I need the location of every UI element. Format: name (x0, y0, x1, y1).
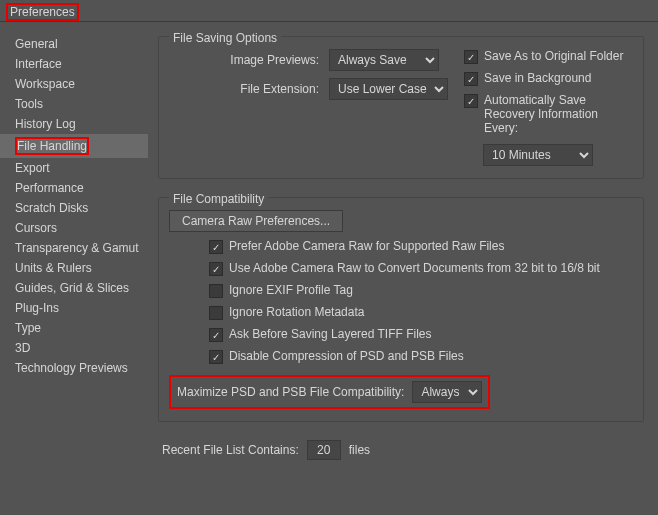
main-container: General Interface Workspace Tools Histor… (0, 22, 658, 515)
sidebar-item-type[interactable]: Type (0, 318, 148, 338)
camera-raw-button[interactable]: Camera Raw Preferences... (169, 210, 343, 232)
sidebar-item-label: 3D (15, 341, 30, 355)
sidebar-item-workspace[interactable]: Workspace (0, 74, 148, 94)
sidebar: General Interface Workspace Tools Histor… (0, 22, 148, 515)
file-compat-group: File Compatibility Camera Raw Preference… (158, 197, 644, 422)
sidebar-item-label: Tools (15, 97, 43, 111)
sidebar-item-technology-previews[interactable]: Technology Previews (0, 358, 148, 378)
sidebar-item-label: Technology Previews (15, 361, 128, 375)
ignore-exif-label: Ignore EXIF Profile Tag (229, 283, 353, 297)
recovery-interval-select[interactable]: 10 Minutes (483, 144, 593, 166)
sidebar-item-label: Transparency & Gamut (15, 241, 139, 255)
sidebar-item-label: File Handling (15, 137, 89, 155)
sidebar-item-tools[interactable]: Tools (0, 94, 148, 114)
file-saving-group: File Saving Options Image Previews: Alwa… (158, 36, 644, 179)
sidebar-item-scratch-disks[interactable]: Scratch Disks (0, 198, 148, 218)
prefer-acr-checkbox[interactable] (209, 240, 223, 254)
ask-tiff-label: Ask Before Saving Layered TIFF Files (229, 327, 432, 341)
sidebar-item-label: Type (15, 321, 41, 335)
sidebar-item-interface[interactable]: Interface (0, 54, 148, 74)
sidebar-item-label: Performance (15, 181, 84, 195)
title-bar: Preferences (0, 0, 658, 22)
sidebar-item-label: Interface (15, 57, 62, 71)
main-panel: File Saving Options Image Previews: Alwa… (148, 22, 658, 515)
recent-files-row: Recent File List Contains: files (162, 440, 644, 460)
sidebar-item-label: History Log (15, 117, 76, 131)
sidebar-item-label: General (15, 37, 58, 51)
ignore-rotation-checkbox[interactable] (209, 306, 223, 320)
save-original-label: Save As to Original Folder (484, 49, 623, 63)
sidebar-item-label: Guides, Grid & Slices (15, 281, 129, 295)
sidebar-item-units-rulers[interactable]: Units & Rulers (0, 258, 148, 278)
sidebar-item-history-log[interactable]: History Log (0, 114, 148, 134)
file-saving-title: File Saving Options (169, 31, 281, 45)
maximize-compat-select[interactable]: Always (412, 381, 482, 403)
file-extension-select[interactable]: Use Lower Case (329, 78, 448, 100)
disable-compression-label: Disable Compression of PSD and PSB Files (229, 349, 464, 363)
prefer-acr-label: Prefer Adobe Camera Raw for Supported Ra… (229, 239, 504, 253)
save-background-label: Save in Background (484, 71, 591, 85)
sidebar-item-transparency-gamut[interactable]: Transparency & Gamut (0, 238, 148, 258)
ask-tiff-checkbox[interactable] (209, 328, 223, 342)
disable-compression-checkbox[interactable] (209, 350, 223, 364)
ignore-exif-checkbox[interactable] (209, 284, 223, 298)
save-background-checkbox[interactable] (464, 72, 478, 86)
sidebar-item-label: Plug-Ins (15, 301, 59, 315)
use-acr-convert-label: Use Adobe Camera Raw to Convert Document… (229, 261, 600, 275)
sidebar-item-label: Export (15, 161, 50, 175)
sidebar-item-label: Cursors (15, 221, 57, 235)
sidebar-item-export[interactable]: Export (0, 158, 148, 178)
save-original-checkbox[interactable] (464, 50, 478, 64)
window-title: Preferences (6, 3, 79, 21)
sidebar-item-cursors[interactable]: Cursors (0, 218, 148, 238)
file-compat-title: File Compatibility (169, 192, 268, 206)
sidebar-item-general[interactable]: General (0, 34, 148, 54)
use-acr-convert-checkbox[interactable] (209, 262, 223, 276)
image-previews-label: Image Previews: (169, 53, 319, 67)
file-extension-label: File Extension: (169, 82, 319, 96)
sidebar-item-label: Scratch Disks (15, 201, 88, 215)
sidebar-item-plugins[interactable]: Plug-Ins (0, 298, 148, 318)
recent-files-input[interactable] (307, 440, 341, 460)
sidebar-item-file-handling[interactable]: File Handling (0, 134, 148, 158)
image-previews-select[interactable]: Always Save (329, 49, 439, 71)
sidebar-item-label: Units & Rulers (15, 261, 92, 275)
sidebar-item-3d[interactable]: 3D (0, 338, 148, 358)
recent-files-suffix: files (349, 443, 370, 457)
auto-recovery-label: Automatically Save Recovery Information … (484, 93, 633, 135)
recent-files-label: Recent File List Contains: (162, 443, 299, 457)
auto-recovery-checkbox[interactable] (464, 94, 478, 108)
sidebar-item-guides-grid-slices[interactable]: Guides, Grid & Slices (0, 278, 148, 298)
sidebar-item-label: Workspace (15, 77, 75, 91)
maximize-compat-label: Maximize PSD and PSB File Compatibility: (177, 385, 404, 399)
sidebar-item-performance[interactable]: Performance (0, 178, 148, 198)
ignore-rotation-label: Ignore Rotation Metadata (229, 305, 364, 319)
